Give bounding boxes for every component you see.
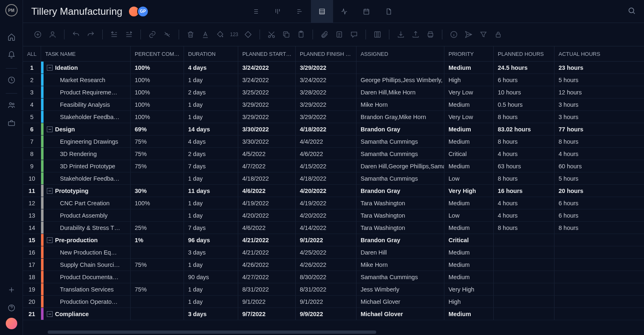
project-members[interactable]: GP (131, 6, 149, 17)
table-row[interactable]: 3Product Requireme…100%2 days3/25/20223/… (23, 86, 644, 99)
clock-icon[interactable] (3, 72, 20, 88)
collapse-icon[interactable]: − (47, 311, 53, 317)
planned-hours-cell[interactable]: 10 hours (494, 86, 554, 98)
planned-hours-cell[interactable] (494, 271, 554, 283)
priority-cell[interactable]: Medium (444, 259, 494, 271)
table-row[interactable]: 7Engineering Drawings75%4 days3/30/20224… (23, 135, 644, 148)
finish-cell[interactable]: 4/26/2022 (296, 259, 356, 271)
start-cell[interactable]: 4/21/2022 (238, 234, 296, 246)
planned-hours-cell[interactable] (494, 246, 554, 258)
finish-cell[interactable]: 3/29/2022 (296, 111, 356, 123)
duration-cell[interactable]: 1 day (184, 296, 238, 307)
export-icon[interactable] (409, 28, 422, 41)
start-cell[interactable]: 4/18/2022 (238, 172, 296, 184)
plus-icon[interactable] (3, 282, 20, 298)
table-row[interactable]: 14Durability & Stress T…25%7 days4/6/202… (23, 222, 644, 234)
planned-hours-cell[interactable]: 4 hours (494, 148, 554, 160)
percent-cell[interactable]: 100% (131, 86, 184, 98)
task-name-cell[interactable]: Product Documenta… (41, 271, 131, 283)
actual-hours-cell[interactable] (554, 271, 611, 283)
row-number[interactable]: 12 (23, 197, 41, 209)
assigned-cell[interactable]: Samantha Cummings (356, 148, 444, 160)
start-cell[interactable]: 3/24/2022 (238, 62, 296, 73)
row-number[interactable]: 18 (23, 271, 41, 283)
undo-icon[interactable] (69, 28, 83, 41)
task-name-cell[interactable]: New Production Eq… (41, 246, 131, 258)
duration-cell[interactable]: 3 days (184, 308, 238, 320)
col-actual-hours[interactable]: ACTUAL HOURS (554, 46, 611, 61)
finish-cell[interactable]: 4/20/2022 (296, 209, 356, 221)
duration-cell[interactable]: 2 days (184, 148, 238, 160)
col-assigned[interactable]: ASSIGNED (356, 46, 444, 61)
priority-cell[interactable]: Medium (444, 62, 494, 73)
row-number[interactable]: 16 (23, 246, 41, 258)
assigned-cell[interactable]: Brandon Gray (356, 123, 444, 135)
briefcase-icon[interactable] (3, 115, 20, 131)
task-name-cell[interactable]: Product Assembly (41, 209, 131, 221)
task-name-cell[interactable]: −Compliance (41, 308, 131, 320)
table-row[interactable]: 21−Compliance3 days9/7/20229/9/2022Micha… (23, 308, 644, 320)
row-number[interactable]: 10 (23, 172, 41, 184)
duration-cell[interactable]: 90 days (184, 271, 238, 283)
task-name-cell[interactable]: Stakeholder Feedba… (41, 111, 131, 123)
priority-cell[interactable]: Medium (444, 308, 494, 320)
assigned-cell[interactable]: Daren Hill,George Phillips,Sama (356, 160, 444, 172)
planned-hours-cell[interactable]: 63 hours (494, 160, 554, 172)
actual-hours-cell[interactable]: 6 hours (554, 209, 611, 221)
fill-color-icon[interactable] (214, 28, 227, 41)
table-row[interactable]: 10Stakeholder Feedba…1 day4/18/20224/18/… (23, 172, 644, 185)
lock-icon[interactable] (492, 28, 505, 41)
collapse-icon[interactable]: − (47, 188, 53, 194)
print-icon[interactable] (424, 28, 437, 41)
percent-cell[interactable] (131, 246, 184, 258)
finish-cell[interactable]: 3/24/2022 (296, 74, 356, 86)
assigned-cell[interactable]: Tara Washington (356, 222, 444, 234)
actual-hours-cell[interactable] (554, 296, 611, 307)
actual-hours-cell[interactable]: 23 hours (554, 62, 611, 73)
row-number[interactable]: 3 (23, 86, 41, 98)
planned-hours-cell[interactable] (494, 259, 554, 271)
assigned-cell[interactable]: Brandon Gray (356, 234, 444, 246)
finish-cell[interactable]: 8/31/2022 (296, 283, 356, 295)
sheet-view-icon[interactable] (311, 0, 333, 23)
duration-cell[interactable]: 1 day (184, 283, 238, 295)
col-percent[interactable]: PERCENT COM… (131, 46, 184, 61)
duration-cell[interactable]: 2 days (184, 86, 238, 98)
priority-cell[interactable]: Medium (444, 197, 494, 209)
file-view-icon[interactable] (377, 0, 400, 23)
priority-cell[interactable]: Medium (444, 135, 494, 147)
priority-cell[interactable]: Critical (444, 234, 494, 246)
actual-hours-cell[interactable]: 12 hours (554, 86, 611, 98)
task-name-cell[interactable]: CNC Part Creation (41, 197, 131, 209)
start-cell[interactable]: 4/27/2022 (238, 271, 296, 283)
duration-cell[interactable]: 1 day (184, 111, 238, 123)
col-priority[interactable]: PRIORITY (444, 46, 494, 61)
percent-cell[interactable]: 75% (131, 160, 184, 172)
planned-hours-cell[interactable] (494, 234, 554, 246)
actual-hours-cell[interactable]: 20 hours (554, 185, 611, 197)
info-icon[interactable] (447, 28, 460, 41)
priority-cell[interactable]: Medium (444, 123, 494, 135)
start-cell[interactable]: 4/20/2022 (238, 209, 296, 221)
help-icon[interactable] (3, 300, 20, 316)
gantt-view-icon[interactable] (289, 0, 311, 23)
table-row[interactable]: 6−Design69%14 days3/30/20224/18/2022Bran… (23, 123, 644, 135)
actual-hours-cell[interactable]: 5 hours (554, 74, 611, 86)
import-icon[interactable] (394, 28, 407, 41)
task-grid[interactable]: ALL TASK NAME PERCENT COM… DURATION PLAN… (23, 46, 644, 329)
percent-cell[interactable]: 75% (131, 148, 184, 160)
task-name-cell[interactable]: Stakeholder Feedba… (41, 172, 131, 184)
planned-hours-cell[interactable] (494, 308, 554, 320)
actual-hours-cell[interactable]: 5 hours (554, 172, 611, 184)
task-name-cell[interactable]: −Design (41, 123, 131, 135)
row-number[interactable]: 8 (23, 148, 41, 160)
member-avatar[interactable]: GP (137, 6, 149, 17)
assigned-cell[interactable]: Tara Washington (356, 209, 444, 221)
row-number[interactable]: 1 (23, 62, 41, 73)
start-cell[interactable]: 4/21/2022 (238, 246, 296, 258)
table-row[interactable]: 12CNC Part Creation100%1 day4/19/20224/1… (23, 197, 644, 209)
list-view-icon[interactable] (244, 0, 267, 23)
percent-cell[interactable]: 75% (131, 259, 184, 271)
duration-cell[interactable]: 1 day (184, 74, 238, 86)
finish-cell[interactable]: 9/9/2022 (296, 308, 356, 320)
